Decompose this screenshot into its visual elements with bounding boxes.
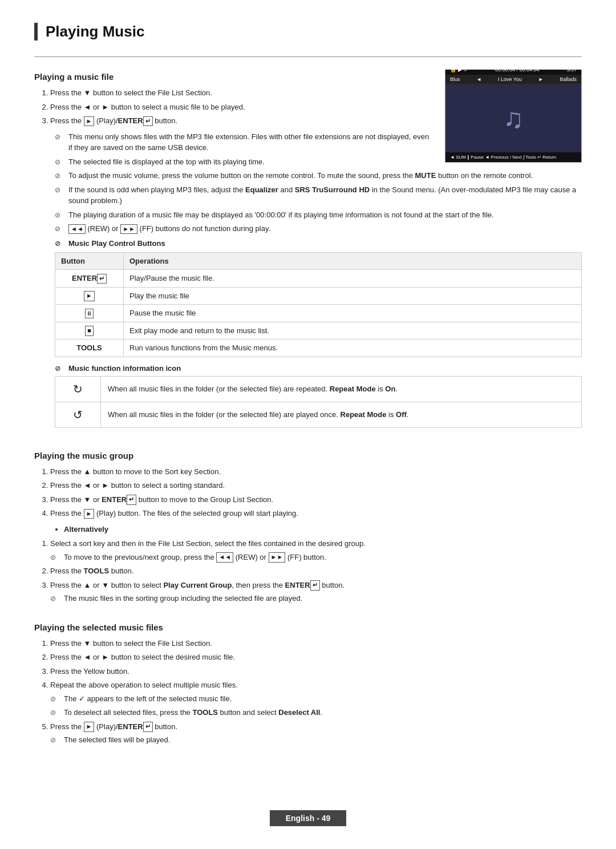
player-next-track: Ballads xyxy=(560,76,577,82)
sel-step-5: Press the ► (Play)/ENTER↵ button. ⊘ The … xyxy=(50,721,582,746)
note-text-1: This menu only shows files with the MP3 … xyxy=(68,131,433,153)
op-tools: Run various functions from the Music men… xyxy=(124,339,582,357)
section-playing-music-group: Playing the music group Press the ▲ butt… xyxy=(34,448,582,609)
sel-step-3: Press the Yellow button. xyxy=(50,666,582,677)
sel-note-5: ⊘ The selected files will be played. xyxy=(50,734,582,746)
alternatively-list: Alternatively xyxy=(64,524,582,535)
note-icon-3: ⊘ xyxy=(55,171,65,181)
sel-note-icon-4b: ⊘ xyxy=(50,708,60,718)
footer-badge: English - 49 xyxy=(270,810,347,826)
table-note-icon: ⊘ xyxy=(55,240,65,248)
note-icon-5: ⊘ xyxy=(55,210,65,220)
page-title: Playing Music xyxy=(46,23,582,41)
player-icons: 🔒 ▶ ↺ xyxy=(450,70,468,72)
note-3: ⊘ To adjust the music volume, press the … xyxy=(55,170,582,181)
op-enter: Play/Pause the music file. xyxy=(124,270,582,288)
icon-info-table: ↻ When all music files in the folder (or… xyxy=(55,376,582,428)
note-text-5: The playing duration of a music file may… xyxy=(68,209,582,221)
play-cell-icon: ► xyxy=(84,291,95,301)
table-row: TOOLS Run various functions from the Mus… xyxy=(55,339,582,357)
play-button-icon: ► xyxy=(84,116,95,126)
sel-step-2: Press the ◄ or ► button to select the de… xyxy=(50,652,582,663)
enter-icon: ↵ xyxy=(143,116,153,126)
play-icon-g4: ► xyxy=(84,509,95,519)
group-step-4: Press the ► (Play) button. The files of … xyxy=(50,508,582,519)
group-step-2: Press the ◄ or ► button to select a sort… xyxy=(50,480,582,491)
note-icon-1: ⊘ xyxy=(55,132,65,142)
alt-note-2: ⊘ The music files in the sorting group i… xyxy=(50,593,582,604)
player-prev-btn: ◄ xyxy=(476,76,481,82)
sel-note-text-4a: The ✓ appears to the left of the selecte… xyxy=(64,693,582,705)
play-icon-sel5: ► xyxy=(84,722,95,731)
icon-section-note-icon: ⊘ xyxy=(55,365,65,373)
enter-icon-alt3: ↵ xyxy=(310,580,320,590)
player-prev-track: Blus xyxy=(450,76,460,82)
icon-repeat-on-desc: When all music files in the folder (or t… xyxy=(101,376,582,402)
alternatively-item: Alternatively xyxy=(64,524,582,535)
stop-cell-icon: ■ xyxy=(85,326,94,335)
op-stop: Exit play mode and return to the music l… xyxy=(124,322,582,339)
btn-play: ► xyxy=(55,287,124,305)
player-bottom-bar: ◄ SUM ‖ Pause ◄ Previous / Next ∫ Tools … xyxy=(445,152,581,162)
note-4: ⊘ If the sound is odd when playing MP3 f… xyxy=(55,184,582,207)
note-icon-6: ⊘ xyxy=(55,224,65,234)
table-row: ■ Exit play mode and return to the music… xyxy=(55,322,582,339)
note-text-6: ◄◄ (REW) or ►► (FF) buttons do not funct… xyxy=(68,223,582,235)
note-2: ⊘ The selected file is displayed at the … xyxy=(55,156,433,168)
icon-row-1: ↻ When all music files in the folder (or… xyxy=(55,376,582,402)
note-text-3: To adjust the music volume, press the vo… xyxy=(68,170,582,181)
player-album-art: ♫ xyxy=(445,84,581,152)
btn-enter: ENTER↵ xyxy=(55,270,124,288)
enter-icon-g3: ↵ xyxy=(127,495,136,504)
section-group-heading: Playing the music group xyxy=(34,451,582,460)
note-5: ⊘ The playing duration of a music file m… xyxy=(55,209,582,221)
control-buttons-table: Button Operations ENTER↵ Play/Pause the … xyxy=(55,252,582,357)
group-step-3: Press the ▼ or ENTER↵ button to move to … xyxy=(50,494,582,506)
alt-note-1: ⊘ To move to the previous/next group, pr… xyxy=(50,552,582,563)
icon-section-label-text: Music function information icon xyxy=(68,364,181,373)
enter-icon-sel5: ↵ xyxy=(143,722,153,731)
note-text-2: The selected file is displayed at the to… xyxy=(68,156,433,168)
sel-note-icon-5: ⊘ xyxy=(50,735,60,745)
icon-repeat-on: ↻ xyxy=(55,376,101,402)
sel-step-1: Press the ▼ button to select the File Li… xyxy=(50,638,582,649)
op-play: Play the music file xyxy=(124,287,582,305)
page-footer: English - 49 xyxy=(0,810,616,826)
rew-icon: ◄◄ xyxy=(68,224,86,234)
section-playing-selected-files: Playing the selected music files Press t… xyxy=(34,620,582,750)
note-1: ⊘ This menu only shows files with the MP… xyxy=(55,131,433,153)
sel-note-text-4b: To deselect all selected files, press th… xyxy=(64,707,582,718)
player-track-count: 3/37 xyxy=(566,70,577,72)
table-row: ii Pause the music file xyxy=(55,305,582,322)
table-label-text: Music Play Control Buttons xyxy=(68,239,165,248)
sel-note-icon-4a: ⊘ xyxy=(50,694,60,704)
player-screenshot: 🔒 ▶ ↺ 00:00:04 / 00:04:04 3/37 Blus ◄ I … xyxy=(445,70,582,163)
section-selected-heading: Playing the selected music files xyxy=(34,622,582,632)
ff-icon-alt: ►► xyxy=(269,552,286,562)
icon-row-2: ↺ When all music files in the folder (or… xyxy=(55,402,582,427)
sel-note-text-5: The selected files will be played. xyxy=(64,734,582,746)
pause-cell-icon: ii xyxy=(85,309,93,318)
selected-steps: Press the ▼ button to select the File Li… xyxy=(50,638,582,746)
page-title-section: Playing Music xyxy=(34,23,582,41)
player-top-bar: 🔒 ▶ ↺ 00:00:04 / 00:04:04 3/37 xyxy=(445,70,581,75)
alt-step-2: Press the TOOLS button. xyxy=(50,565,582,577)
op-pause: Pause the music file xyxy=(124,305,582,322)
ff-icon: ►► xyxy=(120,224,137,234)
alt-step-3: Press the ▲ or ▼ button to select Play C… xyxy=(50,580,582,604)
enter-cell-icon: ↵ xyxy=(97,274,107,284)
alt-note-text-2: The music files in the sorting group inc… xyxy=(64,593,582,604)
player-next-btn: ► xyxy=(538,76,544,82)
section-playing-music-file: 🔒 ▶ ↺ 00:00:04 / 00:04:04 3/37 Blus ◄ I … xyxy=(34,70,582,437)
btn-stop: ■ xyxy=(55,322,124,339)
player-controls-label: ◄ SUM ‖ Pause ◄ Previous / Next ∫ Tools … xyxy=(450,155,556,160)
col-operations: Operations xyxy=(124,252,582,270)
player-time: 00:00:04 / 00:04:04 xyxy=(495,70,540,72)
title-divider xyxy=(34,56,582,57)
rew-icon-alt: ◄◄ xyxy=(216,552,233,562)
group-step-1: Press the ▲ button to move to the Sort k… xyxy=(50,466,582,478)
alt-note-text-1: To move to the previous/next group, pres… xyxy=(64,552,582,563)
icon-section-label: ⊘ Music function information icon xyxy=(55,364,582,373)
alt-steps: Select a sort key and then in the File L… xyxy=(50,538,582,604)
sel-note-4a: ⊘ The ✓ appears to the left of the selec… xyxy=(50,693,582,705)
